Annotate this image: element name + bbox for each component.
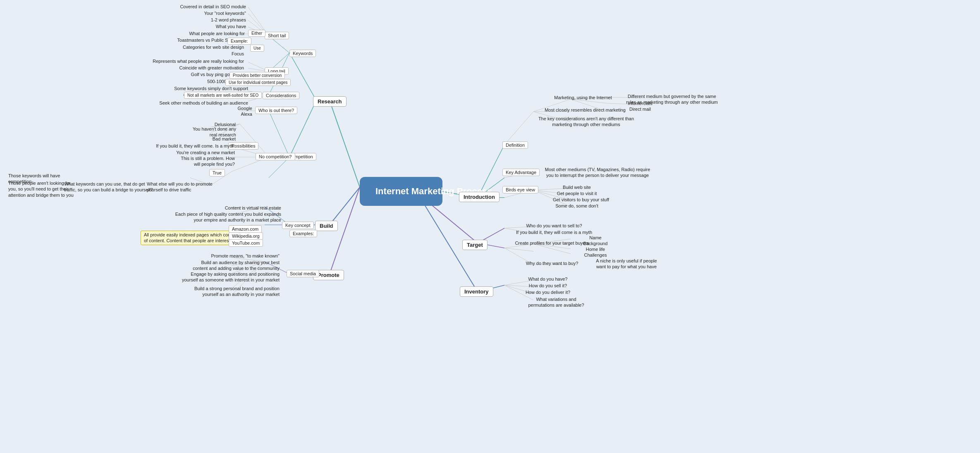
- leaf-niche-only: A niche is only useful if peoplewant to …: [575, 258, 678, 270]
- node-youtube: YouTube.com: [229, 239, 263, 247]
- leaf-alexa: Alexa: [229, 112, 252, 117]
- leaf-creating-new: You're creating a new market: [149, 150, 235, 155]
- node-amazon: Amazon.com: [229, 225, 262, 233]
- leaf-covered: Covered in detail in SEO module: [151, 4, 246, 9]
- leaf-key-considerations: The key considerations aren't any differ…: [535, 116, 637, 128]
- leaf-how-sell: How do you sell it?: [507, 283, 589, 288]
- leaf-infomercials: Infomercials: [615, 101, 665, 106]
- leaf-some-do: Some do, some don't: [540, 203, 614, 208]
- leaf-get-people-visit: Get people to visit it: [540, 191, 614, 196]
- branch-target: Target: [462, 240, 488, 250]
- leaf-engage: Engage by asking questions and positioni…: [141, 271, 280, 283]
- node-true: True: [209, 169, 225, 176]
- node-either: Either: [248, 30, 265, 37]
- leaf-if-you-build: If you build it, they will come. Is a my…: [141, 143, 235, 148]
- node-birds-eye: Birds eye view: [502, 186, 538, 193]
- center-node: Internet Marketing Process: [360, 177, 442, 206]
- branch-introduction: Introduction: [459, 192, 500, 202]
- leaf-what-variations: What variations andpermutations are avai…: [507, 296, 606, 308]
- node-no-competition: No competition?: [256, 153, 295, 160]
- leaf-how-deliver: How do you deliver it?: [507, 290, 589, 295]
- svg-line-22: [269, 111, 289, 157]
- leaf-focus: Focus: [196, 51, 244, 56]
- leaf-most-other: Most other mediums (TV, Magazines, Radio…: [535, 167, 660, 179]
- svg-line-76: [504, 248, 533, 251]
- node-use-individual: Use for individual content pages: [225, 79, 291, 86]
- leaf-background: Background: [575, 241, 616, 246]
- branch-build: Build: [315, 221, 338, 231]
- node-better-conv: Provides better conversion: [229, 72, 285, 79]
- node-example: Example:: [227, 38, 251, 45]
- leaf-promote-means: Promote means, "to make known": [173, 253, 280, 258]
- svg-line-0: [330, 100, 360, 187]
- leaf-direct-mail: Direct mail: [615, 107, 665, 112]
- node-keywords: Keywords: [289, 50, 316, 57]
- leaf-bad-market: Bad market: [182, 136, 236, 141]
- node-all-provide: All provide easily indexed pages which c…: [141, 231, 229, 245]
- leaf-who-sell: Who do you want to sell to?: [507, 223, 602, 228]
- node-key-concept: Key concept: [282, 222, 314, 229]
- branch-inventory: Inventory: [460, 286, 493, 297]
- node-considerations: Considerations: [263, 92, 299, 99]
- leaf-build-audience: Build an audience by sharing your bestco…: [149, 260, 280, 272]
- leaf-coincide: Coincide with greater motivation: [136, 65, 244, 70]
- leaf-represents: Represents what people are really lookin…: [124, 59, 244, 64]
- leaf-home-life: Home life: [575, 247, 616, 252]
- leaf-what-people-looking: What people are looking for: [162, 31, 245, 36]
- leaf-root-keywords: Your "root keywords": [172, 11, 246, 16]
- node-use: Use: [250, 45, 264, 52]
- leaf-google: Google: [223, 106, 252, 111]
- node-not-all: Not all markets are well-suited for SEO: [184, 92, 262, 99]
- leaf-still-problem: This is still a problem. Howwill people …: [141, 155, 235, 167]
- node-short-tail: Short tail: [265, 32, 289, 39]
- node-examples: Examples:: [289, 230, 317, 237]
- leaf-what-else: What else will you do to promoteyourself…: [147, 181, 238, 193]
- node-key-advantage: Key Advantage: [502, 169, 540, 176]
- leaf-challenges: Challenges: [575, 253, 616, 257]
- node-who-out-there: Who is out there?: [255, 107, 297, 114]
- leaf-1-2-word: 1-2 word phrases: [188, 17, 246, 22]
- leaf-strong-brand: Build a strong personal brand and positi…: [149, 286, 280, 298]
- node-definition: Definition: [502, 141, 528, 149]
- leaf-name: Name: [575, 235, 616, 240]
- branch-research: Research: [313, 96, 347, 107]
- node-wikipedia: Wikipedia.org: [229, 232, 263, 240]
- leaf-seek-other: Seek other methods of building an audien…: [93, 100, 248, 105]
- leaf-what-you-have2: What do you have?: [507, 277, 589, 281]
- leaf-each-piece: Each piece of high quality content you b…: [157, 211, 281, 223]
- leaf-categories: Categories for web site design: [163, 45, 244, 50]
- svg-line-51: [504, 112, 533, 145]
- leaf-build-web: Build web site: [540, 185, 614, 190]
- leaf-get-visitors: Get visitors to buy your stuff: [540, 197, 622, 202]
- svg-line-83: [240, 124, 269, 157]
- leaf-content-virtual: Content is virtual real estate: [182, 205, 281, 210]
- leaf-what-you-have: What you have: [191, 24, 246, 29]
- node-social-media: Social media: [287, 270, 319, 277]
- leaf-if-build: If you build it, they will come is a myt…: [507, 230, 602, 235]
- svg-line-1: [330, 187, 360, 225]
